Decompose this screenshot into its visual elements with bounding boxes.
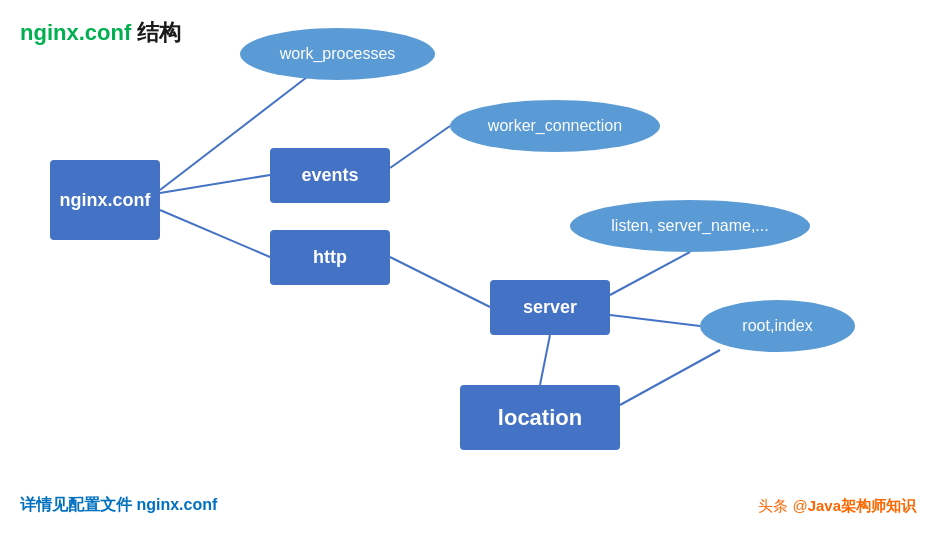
svg-line-7 [610, 315, 700, 326]
svg-line-2 [160, 210, 270, 257]
title-nginx: nginx.conf [20, 20, 131, 45]
diagram-container: nginx.conf 结构 nginx.conf events http ser… [0, 0, 936, 534]
title-suffix: 结构 [131, 20, 181, 45]
footer-left: 详情见配置文件 nginx.conf [20, 495, 217, 516]
node-worker-connection: worker_connection [450, 100, 660, 152]
node-server: server [490, 280, 610, 335]
node-work-processes: work_processes [240, 28, 435, 80]
svg-line-5 [610, 252, 690, 295]
node-nginx: nginx.conf [50, 160, 160, 240]
connection-lines [0, 0, 936, 534]
node-events: events [270, 148, 390, 203]
svg-line-6 [540, 335, 550, 385]
footer-right: 头条 @Java架构师知识 [758, 497, 916, 516]
node-location: location [460, 385, 620, 450]
svg-line-4 [390, 257, 490, 307]
page-title: nginx.conf 结构 [20, 18, 181, 48]
svg-line-8 [620, 350, 720, 405]
node-listen-server-name: listen, server_name,... [570, 200, 810, 252]
svg-line-1 [160, 175, 270, 193]
node-http: http [270, 230, 390, 285]
svg-line-3 [390, 126, 450, 168]
node-root-index: root,index [700, 300, 855, 352]
